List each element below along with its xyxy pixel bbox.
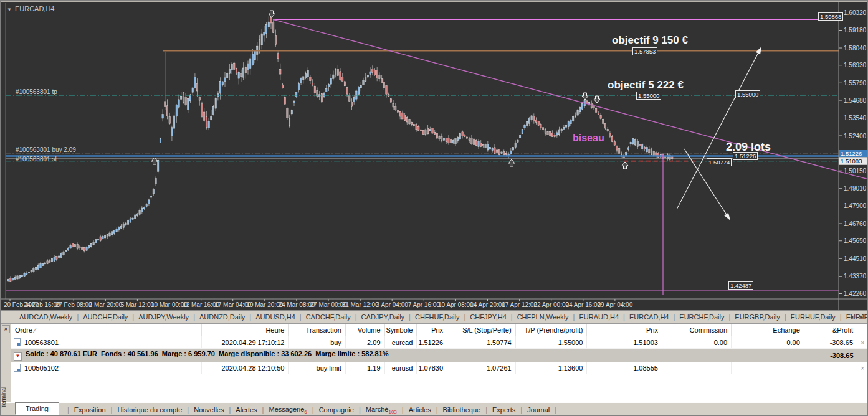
order-document-icon [14,364,21,372]
tab-separator: | [249,313,251,321]
price-tick-label: 1.50150 [844,168,866,174]
terminal-tab-messagerie[interactable]: Messagerie6 [269,405,307,415]
symbol-tab-audchf-daily[interactable]: AUDCHF,Daily [83,313,128,321]
symbol-tab-eurhuf-daily[interactable]: EURHUF,Daily [791,313,836,321]
terminal-tab-bar: Trading|Exposition|Historique du compte|… [1,402,868,416]
symbol-tab-eurcad-h4[interactable]: EURCAD,H4 [629,313,669,321]
up-arrow-marker [151,158,158,164]
symbol-tab-eurchf-daily[interactable]: EURCHF,Daily [679,313,724,321]
column-header[interactable]: Volume [345,324,384,336]
symbol-tab-eurgbp-daily[interactable]: EURGBP,Daily [735,313,780,321]
symbol-tab-chfhuf-daily[interactable]: CHFHUF,Daily [415,313,460,321]
chevron-down-icon: ▼ [7,7,12,12]
tab-separator: | [785,313,786,321]
time-tick-label: 31 Mar 12:00 [342,301,379,308]
terminal-tab-experts[interactable]: Experts [492,406,515,414]
time-tick-label: 10 Apr 08:00 [438,301,474,308]
column-header[interactable]: Transaction [289,324,345,336]
terminal-close-button[interactable]: × [2,325,10,333]
column-header[interactable]: T/P (Prendre/profit) [515,324,587,336]
level-label-objective1: 1.57853 [632,47,657,55]
column-header[interactable]: Symbole [384,324,417,336]
tab-separator: | [485,406,487,414]
down-arrow-marker [582,93,588,100]
symbol-tab-euraud-h4[interactable]: EURAUD,H4 [579,313,619,321]
time-tick-label: 10 Mar 00:00 [151,301,188,308]
terminal-tab-alertes[interactable]: Alertes [236,406,257,414]
column-header[interactable]: Prix [587,324,662,336]
symbol-tabs-scroll-arrows[interactable]: ◂ ▸ [850,313,866,320]
symbol-tab-audusd-h4[interactable]: AUDUSD,H4 [255,313,295,321]
terminal-tab-journal[interactable]: Journal [527,406,550,414]
column-header[interactable]: &Profit [804,324,857,336]
level-label-open: 1.51226 [733,152,758,160]
chart-title: ▼EURCAD,H4 [7,5,55,12]
column-header[interactable]: S/L (Stop/Perte) [447,324,516,336]
tab-separator: | [520,406,522,414]
terminal-tab-historique-du-compte[interactable]: Historique du compte [117,406,182,414]
annotation-objectif-5222: objectif 5 222 € [608,79,682,92]
price-tick-label: 1.49010 [844,185,866,192]
annotation-objectif-9150: objectif 9 150 € [611,34,689,47]
symbol-tab-chfpln-weekly[interactable]: CHFPLN,Weekly [517,313,569,321]
tab-separator: | [359,406,361,414]
tab-separator: | [555,406,556,414]
price-tick-label: 1.56930 [844,62,866,69]
tab-separator: | [132,313,134,321]
balance-summary-text: Solde : 40 870.61 EUR Fonds : 40 561.96 … [26,350,389,357]
orders-table-header-row: Ordre ∕HeureTransactionVolumeSymbolePrix… [11,324,868,336]
symbol-tab-audnzd-daily[interactable]: AUDNZD,Daily [199,313,245,321]
column-header[interactable]: Commission [662,324,731,336]
chart-symbol-label: EURCAD,H4 [15,5,55,12]
close-order-icon[interactable]: × [861,365,864,372]
price-tick-label: 1.53540 [844,115,866,121]
tab-separator: | [312,406,314,414]
close-order-icon[interactable]: × [861,339,864,346]
order-row[interactable]: 1005051022020.04.28 12:10:50buy limit1.1… [11,362,868,374]
terminal-tab-march-[interactable]: Marché103 [366,405,397,415]
price-tick-label: 1.55790 [844,80,866,87]
level-label-sl: 1.50774 [707,158,732,166]
terminal-tab-articles[interactable]: Articles [409,406,431,414]
tab-separator: | [464,313,465,321]
price-tick-label: 1.54680 [844,97,866,104]
terminal-vertical-label: Terminal [1,378,9,416]
symbol-tab-cadjpy-daily[interactable]: CADJPY,Daily [361,313,405,321]
column-header-empty [857,324,868,336]
axis-marker-ask: 1.51226 [839,150,868,157]
order-label-tp: #100563801 tp [16,88,57,95]
order-row[interactable]: 1005638012020.04.29 17:10:12buy2.09eurca… [11,336,868,349]
price-tick-label: 1.58040 [844,45,866,52]
column-header[interactable]: Heure [202,324,289,336]
time-tick-label: 7 Apr 16:00 [408,301,440,308]
price-tick-label: 1.47900 [844,202,866,209]
column-header[interactable]: Echange [732,324,804,336]
tab-separator: | [77,313,79,321]
tab-badge: 103 [388,409,396,415]
time-tick-label: 22 Apr 00:00 [533,301,569,308]
time-tick-label: 3 Apr 04:00 [376,301,408,308]
column-header[interactable]: Prix [417,324,447,336]
price-tick-label: 1.43370 [844,273,866,280]
time-tick-label: 27 Feb 08:00 [55,301,92,308]
tab-separator: | [436,406,438,414]
order-label-buy: #100563801 buy 2.09 [16,146,76,153]
terminal-tab-trading[interactable]: Trading [15,402,59,415]
price-tick-label: 1.46760 [844,220,866,227]
terminal-tab-bibliotheque[interactable]: Bibliotheque [443,406,481,414]
price-tick-label: 1.42260 [844,290,866,297]
time-tick-label: 24 Feb 16:00 [24,301,60,308]
symbol-tab-audjpy-weekly[interactable]: AUDJPY,Weekly [138,313,189,321]
symbol-tab-cadchf-daily[interactable]: CADCHF,Daily [306,313,351,321]
terminal-tab-exposition[interactable]: Exposition [74,406,106,414]
symbol-tab-chfjpy-h4[interactable]: CHFJPY,H4 [470,313,506,321]
terminal-tab-nouvelles[interactable]: Nouvelles [194,406,224,414]
down-arrow-marker [269,11,275,17]
time-tick-label: 29 Apr 04:00 [598,301,633,308]
terminal-tab-compagnie[interactable]: Compagnie [319,406,354,414]
column-header[interactable]: Ordre ∕ [11,324,202,336]
level-label-peak: 1.59868 [818,12,843,21]
symbol-tab-audcad-weekly[interactable]: AUDCAD,Weekly [19,313,72,321]
price-tick-label: 1.45650 [844,237,866,244]
order-label-sl: #100563801 sl [16,156,57,163]
